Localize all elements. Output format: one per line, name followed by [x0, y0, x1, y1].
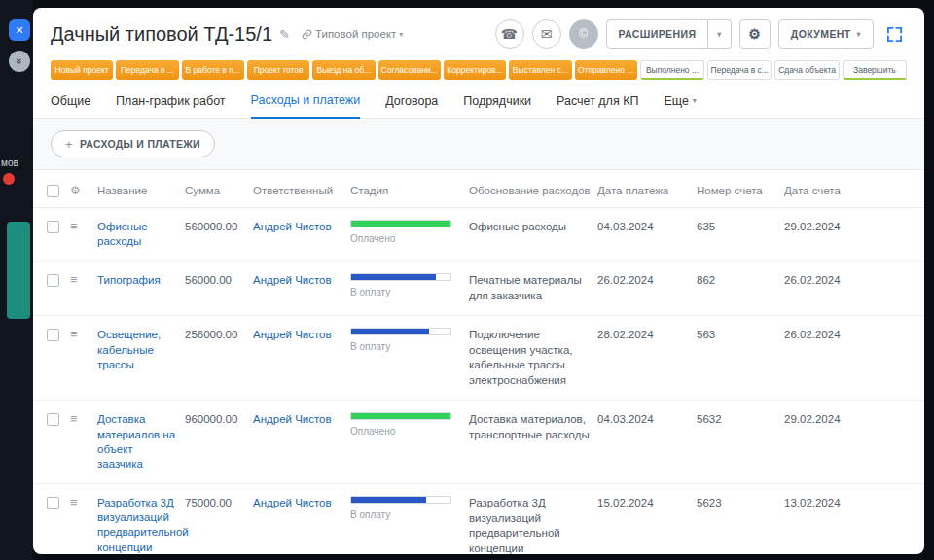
table-row[interactable]: ≡ Разработка 3Д визуализаций предварител…	[33, 484, 924, 554]
row-checkbox[interactable]	[47, 497, 59, 509]
stage-progress-bar	[350, 328, 451, 335]
row-name-link[interactable]: Освещение, кабельные трассы	[97, 328, 179, 372]
grid-settings-icon[interactable]: ⚙	[70, 185, 91, 196]
row-reason: Доставка материалов, транспортные расход…	[469, 412, 592, 442]
stage-pipeline: Новый проект Передача в ... В работе в п…	[51, 60, 907, 80]
stage-pill[interactable]: Выезд на об...	[312, 60, 375, 80]
row-name-link[interactable]: Доставка материалов на объект заазчика	[97, 412, 179, 472]
row-pay-date: 15.02.2024	[597, 496, 691, 511]
project-type-link[interactable]: Типовой проект ▾	[302, 28, 403, 40]
row-pay-date: 04.03.2024	[597, 412, 691, 428]
stage-pill[interactable]: Согласовани...	[378, 60, 441, 80]
tab-label: Еще	[664, 94, 688, 108]
collapse-slider-button[interactable]: »	[9, 51, 30, 72]
row-responsible-link[interactable]: Андрей Чистов	[253, 496, 344, 510]
tab-label: Договора	[385, 94, 438, 108]
row-checkbox[interactable]	[47, 413, 59, 426]
stage-pill[interactable]: Выставлен с...	[509, 60, 571, 80]
document-label: ДОКУМЕНТ	[791, 28, 851, 40]
stage-label: Выезд на об...	[316, 65, 371, 75]
add-expense-button[interactable]: + РАСХОДЫ И ПЛАТЕЖИ	[51, 130, 215, 158]
chevron-down-icon: ▾	[857, 30, 861, 39]
stage-label: Выполнено ...	[646, 65, 699, 75]
row-responsible-link[interactable]: Андрей Чистов	[253, 328, 344, 342]
tab-schedule[interactable]: План-график работ	[116, 93, 225, 118]
stage-label: Новый проект	[55, 65, 109, 75]
table-row[interactable]: ≡ Офисные расходы 560000.00 Андрей Чисто…	[33, 208, 924, 262]
settings-button[interactable]: ⚙	[739, 19, 771, 49]
row-checkbox[interactable]	[47, 221, 59, 233]
row-pay-date: 04.03.2024	[597, 220, 691, 235]
stage-pill[interactable]: Корректиров...	[444, 60, 506, 80]
project-type-label: Типовой проект	[315, 28, 396, 40]
page-title: Дачный типовой ТД-15/1	[51, 23, 272, 46]
row-pay-date: 26.02.2024	[597, 273, 691, 289]
background-partial-text: мов	[1, 158, 18, 168]
row-name-link[interactable]: Разработка 3Д визуализаций предварительн…	[97, 496, 179, 554]
stage-pill[interactable]: Сдача объекта	[774, 60, 839, 80]
stage-pill[interactable]: Проект готов	[247, 60, 309, 80]
column-header-reason[interactable]: Обоснование расходов	[469, 185, 592, 196]
column-header-invoice-number[interactable]: Номер счета	[697, 185, 778, 196]
extensions-dropdown-button[interactable]: ▾	[708, 19, 731, 49]
row-name-link[interactable]: Типография	[97, 273, 179, 288]
tab-kp-calc[interactable]: Расчет для КП	[557, 93, 638, 118]
tab-contractors[interactable]: Подрядчики	[463, 93, 531, 118]
row-menu-icon[interactable]: ≡	[70, 412, 91, 425]
stage-label: Корректиров...	[447, 65, 502, 75]
table-row[interactable]: ≡ Освещение, кабельные трассы 256000.00 …	[33, 316, 924, 401]
row-reason: Разработка 3Д визуализаций предварительн…	[469, 496, 592, 554]
row-name-link[interactable]: Офисные расходы	[97, 220, 179, 249]
tab-label: План-график работ	[116, 94, 225, 108]
row-menu-icon[interactable]: ≡	[70, 220, 91, 232]
row-invoice-number: 5632	[697, 412, 778, 428]
stage-label: В оплату	[350, 286, 463, 299]
stage-label: В работе в п...	[186, 65, 240, 75]
row-responsible-link[interactable]: Андрей Чистов	[253, 220, 344, 234]
close-slider-button[interactable]: ×	[9, 19, 30, 41]
stage-pill[interactable]: Передача в с...	[707, 60, 772, 80]
stage-pill[interactable]: Отправлено ...	[575, 60, 637, 80]
stage-pill[interactable]: Завершить	[843, 60, 907, 80]
column-header-invoice-date[interactable]: Дата счета	[784, 185, 911, 196]
extensions-button[interactable]: РАСШИРЕНИЯ	[606, 19, 709, 49]
tab-contracts[interactable]: Договора	[385, 93, 438, 118]
column-header-sum[interactable]: Сумма	[185, 185, 247, 196]
row-menu-icon[interactable]: ≡	[70, 328, 91, 340]
tab-more[interactable]: Еще ▾	[664, 93, 696, 118]
select-all-checkbox[interactable]	[47, 185, 59, 197]
row-reason: Подключение освещения участка, кабельные…	[469, 328, 592, 388]
table-row[interactable]: ≡ Типография 56000.00 Андрей Чистов В оп…	[33, 262, 924, 316]
row-responsible-link[interactable]: Андрей Чистов	[253, 273, 344, 288]
row-responsible-link[interactable]: Андрей Чистов	[253, 412, 344, 427]
document-button[interactable]: ДОКУМЕНТ ▾	[778, 19, 874, 49]
tab-label: Расходы и платежи	[251, 93, 361, 107]
row-checkbox[interactable]	[47, 274, 59, 287]
stage-label: Оплачено	[350, 425, 463, 438]
stage-pill[interactable]: Новый проект	[51, 60, 113, 80]
column-header-stage[interactable]: Стадия	[350, 185, 463, 196]
phone-button[interactable]: ☎	[495, 19, 524, 49]
table-row[interactable]: ≡ Доставка материалов на объект заазчика…	[33, 401, 924, 484]
chevron-down-icon: ▾	[693, 96, 697, 105]
row-stage: В оплату	[350, 273, 463, 299]
collapse-icon: »	[14, 58, 25, 64]
row-menu-icon[interactable]: ≡	[70, 273, 91, 286]
stage-pill[interactable]: Передача в ...	[116, 60, 178, 80]
mail-button[interactable]: ✉	[532, 19, 561, 49]
row-sum: 256000.00	[185, 328, 247, 343]
stage-pill[interactable]: Выполнено ...	[640, 60, 704, 80]
tab-expenses[interactable]: Расходы и платежи	[251, 93, 361, 119]
row-checkbox[interactable]	[47, 329, 59, 341]
column-header-pay-date[interactable]: Дата платежа	[597, 185, 691, 196]
app-button[interactable]: ©	[569, 19, 598, 49]
stage-progress-bar	[350, 273, 451, 281]
column-header-name[interactable]: Название	[97, 185, 179, 196]
edit-title-icon[interactable]: ✎	[279, 27, 290, 42]
row-menu-icon[interactable]: ≡	[70, 496, 91, 508]
column-header-responsible[interactable]: Ответственный	[253, 185, 344, 196]
tab-common[interactable]: Общие	[51, 93, 90, 118]
stage-label: Согласовани...	[381, 65, 438, 75]
stage-pill[interactable]: В работе в п...	[182, 60, 244, 80]
fullscreen-button[interactable]	[881, 21, 907, 47]
